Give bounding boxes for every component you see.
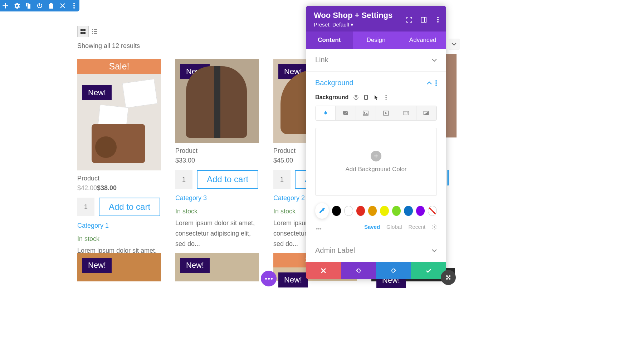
svg-point-1	[73, 5, 75, 6]
svg-point-32	[405, 112, 405, 113]
stock-status: In stock	[175, 208, 259, 215]
bg-gradient-tab[interactable]	[336, 106, 356, 120]
palette-global[interactable]: Global	[386, 224, 402, 230]
settings-panel: Woo Shop + Settings Preset: Default ▾ Co…	[306, 6, 446, 279]
hover-icon[interactable]	[374, 95, 379, 100]
discard-button[interactable]	[306, 262, 341, 279]
swatch-black[interactable]	[332, 206, 341, 216]
svg-point-34	[405, 113, 405, 114]
expand-icon[interactable]	[406, 16, 413, 23]
panel-body: Link Background Background ?	[306, 49, 446, 262]
gear-icon[interactable]	[432, 224, 437, 229]
product-image[interactable]: New!	[175, 253, 259, 281]
svg-point-2	[73, 7, 75, 9]
add-to-cart-button[interactable]: Add to cart	[99, 198, 160, 216]
svg-rect-28	[363, 111, 368, 115]
svg-point-19	[435, 82, 437, 84]
bg-pattern-tab[interactable]	[396, 106, 416, 120]
svg-point-17	[437, 21, 439, 23]
swatch-white[interactable]	[344, 206, 353, 216]
quantity-input[interactable]	[175, 170, 192, 189]
section-admin-label[interactable]: Admin Label	[306, 239, 446, 262]
power-icon[interactable]	[36, 3, 43, 9]
bg-image-tab[interactable]	[356, 106, 376, 120]
resize-handle[interactable]	[441, 270, 456, 285]
list-view-icon[interactable]	[89, 26, 100, 37]
svg-rect-11	[92, 33, 93, 34]
background-option-label: Background ?	[315, 94, 437, 101]
product-image-partial[interactable]	[446, 54, 457, 137]
section-background[interactable]: Background	[306, 72, 446, 94]
help-icon[interactable]: ?	[353, 95, 358, 100]
swatch-purple[interactable]	[416, 206, 425, 216]
more-icon[interactable]	[71, 3, 77, 9]
product-price: $33.00	[175, 157, 259, 164]
phone-icon[interactable]	[364, 95, 369, 100]
gear-icon[interactable]	[14, 3, 20, 9]
section-link[interactable]: Link	[306, 49, 446, 71]
svg-point-37	[434, 226, 435, 228]
product-card: New!	[77, 253, 161, 281]
svg-rect-8	[94, 29, 97, 30]
palette-recent[interactable]: Recent	[408, 224, 425, 230]
panel-footer	[306, 262, 446, 279]
svg-point-25	[386, 97, 387, 98]
quantity-input[interactable]	[77, 198, 94, 216]
stock-status: In stock	[77, 235, 161, 243]
redo-button[interactable]	[376, 262, 411, 279]
move-icon[interactable]	[2, 3, 9, 9]
swatch-transparent[interactable]	[428, 206, 437, 216]
category-link[interactable]: Category 1	[77, 222, 161, 229]
quantity-input[interactable]	[273, 170, 291, 189]
eyedropper-icon[interactable]	[315, 203, 329, 219]
swatch-blue[interactable]	[404, 206, 413, 216]
plus-icon: +	[371, 151, 381, 161]
add-to-cart-partial[interactable]	[447, 170, 449, 185]
product-card: New! Product $33.00 Add to cart Category…	[175, 59, 259, 276]
snap-icon[interactable]	[420, 16, 427, 23]
undo-button[interactable]	[341, 262, 376, 279]
new-badge: New!	[82, 258, 112, 273]
product-name[interactable]: Product	[77, 175, 161, 182]
duplicate-icon[interactable]	[25, 3, 31, 9]
svg-point-18	[435, 80, 437, 82]
svg-point-0	[73, 3, 75, 4]
more-icon[interactable]	[435, 80, 437, 86]
product-image[interactable]: New!	[175, 59, 259, 143]
new-badge: New!	[278, 272, 308, 287]
swatch-orange[interactable]	[368, 206, 377, 216]
product-price: $42.00$38.00	[77, 184, 161, 192]
close-icon[interactable]	[59, 3, 66, 9]
trash-icon[interactable]	[48, 3, 54, 9]
more-icon[interactable]	[384, 95, 389, 100]
tab-advanced[interactable]: Advanced	[399, 32, 446, 49]
svg-text:?: ?	[355, 96, 357, 99]
swatch-green[interactable]	[392, 206, 401, 216]
bg-color-tab[interactable]	[316, 106, 336, 120]
module-toolbar	[0, 0, 79, 11]
more-icon[interactable]	[435, 16, 441, 23]
view-switch	[77, 26, 100, 37]
bg-video-tab[interactable]	[376, 106, 396, 120]
svg-rect-23	[365, 95, 367, 100]
bg-mask-tab[interactable]	[416, 106, 436, 120]
add-to-cart-button[interactable]: Add to cart	[197, 170, 258, 189]
background-type-tabs	[315, 106, 437, 121]
tab-design[interactable]: Design	[353, 32, 400, 49]
category-link[interactable]: Category 3	[175, 194, 259, 202]
grid-view-icon[interactable]	[78, 26, 89, 37]
palette-saved[interactable]: Saved	[364, 224, 380, 230]
tab-content[interactable]: Content	[306, 32, 353, 49]
panel-header[interactable]: Woo Shop + Settings Preset: Default ▾	[306, 6, 446, 32]
product-name[interactable]: Product	[175, 147, 259, 155]
product-image[interactable]: New!	[77, 74, 161, 170]
swatch-red[interactable]	[356, 206, 365, 216]
product-image[interactable]: New!	[77, 253, 161, 281]
svg-rect-9	[92, 31, 93, 32]
module-options-fab[interactable]	[261, 271, 277, 286]
add-background-color[interactable]: + Add Background Color	[315, 128, 437, 196]
swatch-yellow[interactable]	[380, 206, 389, 216]
new-badge: New!	[82, 85, 112, 100]
svg-rect-13	[421, 17, 426, 22]
svg-point-24	[386, 95, 387, 96]
